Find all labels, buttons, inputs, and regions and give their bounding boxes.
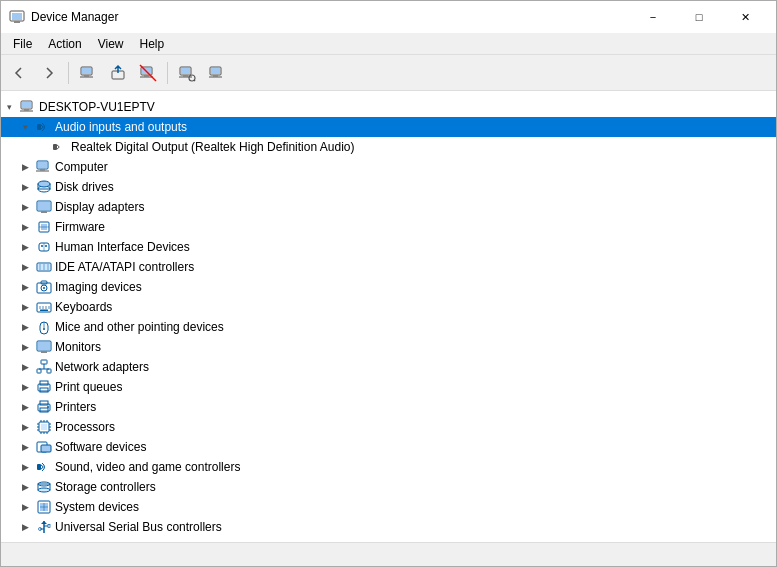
network-label: Network adapters bbox=[55, 360, 149, 374]
svg-rect-27 bbox=[37, 124, 41, 130]
tree-item-display-adapters[interactable]: ▶ Display adapters bbox=[1, 197, 776, 217]
display-expand-icon: ▶ bbox=[17, 199, 33, 215]
disk-expand-icon: ▶ bbox=[17, 179, 33, 195]
imaging-expand-icon: ▶ bbox=[17, 279, 33, 295]
menu-action[interactable]: Action bbox=[40, 35, 89, 53]
system-expand-icon: ▶ bbox=[17, 499, 33, 515]
disable-device-button[interactable] bbox=[134, 59, 162, 87]
svg-rect-5 bbox=[84, 75, 89, 77]
svg-rect-38 bbox=[41, 211, 47, 213]
svg-rect-32 bbox=[36, 171, 49, 172]
computer-icon bbox=[20, 99, 36, 115]
computer-properties-button[interactable] bbox=[74, 59, 102, 87]
tree-item-usb[interactable]: ▶ Universal Serial Bus controllers bbox=[1, 517, 776, 537]
network-icon bbox=[36, 359, 52, 375]
audio-inputs-outputs-label: Audio inputs and outputs bbox=[55, 120, 187, 134]
imaging-label: Imaging devices bbox=[55, 280, 142, 294]
menu-view[interactable]: View bbox=[90, 35, 132, 53]
tree-item-computer[interactable]: ▶ Computer bbox=[1, 157, 776, 177]
svg-rect-66 bbox=[41, 351, 47, 353]
tree-item-ide[interactable]: ▶ IDE ATA/ATAPI controllers bbox=[1, 257, 776, 277]
monitors-label: Monitors bbox=[55, 340, 101, 354]
keyboards-label: Keyboards bbox=[55, 300, 112, 314]
keyboards-expand-icon: ▶ bbox=[17, 299, 33, 315]
scan-hardware-button[interactable] bbox=[173, 59, 201, 87]
svg-rect-10 bbox=[144, 75, 149, 77]
tree-item-sound[interactable]: ▶ Sound, video and game controllers bbox=[1, 457, 776, 477]
tree-item-keyboards[interactable]: ▶ Keyboards bbox=[1, 297, 776, 317]
tree-item-system[interactable]: ▶ System devices bbox=[1, 497, 776, 517]
app-icon bbox=[9, 9, 25, 25]
svg-rect-2 bbox=[14, 21, 20, 23]
main-content: ▾ DESKTOP-VU1EPTV ▾ bbox=[1, 91, 776, 542]
device-manager-view-button[interactable] bbox=[203, 59, 231, 87]
software-devices-icon bbox=[36, 439, 52, 455]
computer-label: Computer bbox=[55, 160, 108, 174]
toolbar-separator-2 bbox=[167, 62, 168, 84]
device-tree: ▾ DESKTOP-VU1EPTV ▾ bbox=[1, 95, 776, 539]
minimize-button[interactable]: − bbox=[630, 1, 676, 33]
computer-expand-icon: ▶ bbox=[17, 159, 33, 175]
svg-rect-25 bbox=[24, 109, 29, 111]
svg-point-45 bbox=[45, 245, 47, 247]
network-expand-icon: ▶ bbox=[17, 359, 33, 375]
window-controls: − □ ✕ bbox=[630, 1, 768, 33]
tree-item-audio-inputs-outputs[interactable]: ▾ Audio inputs and outputs bbox=[1, 117, 776, 137]
processors-expand-icon: ▶ bbox=[17, 419, 33, 435]
realtek-expand-icon bbox=[33, 139, 49, 155]
svg-rect-20 bbox=[211, 68, 220, 74]
title-bar: Device Manager − □ ✕ bbox=[1, 1, 776, 33]
system-icon bbox=[36, 499, 52, 515]
print-queues-icon bbox=[36, 379, 52, 395]
update-driver-button[interactable] bbox=[104, 59, 132, 87]
usb-expand-icon: ▶ bbox=[17, 519, 33, 535]
mice-label: Mice and other pointing devices bbox=[55, 320, 224, 334]
mice-expand-icon: ▶ bbox=[17, 319, 33, 335]
maximize-button[interactable]: □ bbox=[676, 1, 722, 33]
svg-point-99 bbox=[38, 488, 50, 492]
svg-rect-24 bbox=[22, 102, 31, 108]
tree-item-imaging[interactable]: ▶ Imaging devices bbox=[1, 277, 776, 297]
tree-item-monitors[interactable]: ▶ Monitors bbox=[1, 337, 776, 357]
svg-point-63 bbox=[43, 328, 45, 330]
keyboard-icon bbox=[36, 299, 52, 315]
tree-item-realtek[interactable]: Realtek Digital Output (Realtek High Def… bbox=[1, 137, 776, 157]
usb-label: Universal Serial Bus controllers bbox=[55, 520, 222, 534]
tree-item-printers[interactable]: ▶ Printers bbox=[1, 397, 776, 417]
window-title: Device Manager bbox=[31, 10, 630, 24]
menu-file[interactable]: File bbox=[5, 35, 40, 53]
hid-label: Human Interface Devices bbox=[55, 240, 190, 254]
forward-button[interactable] bbox=[35, 59, 63, 87]
tree-item-mice[interactable]: ▶ Mice and other pointing devices bbox=[1, 317, 776, 337]
storage-label: Storage controllers bbox=[55, 480, 156, 494]
svg-rect-1 bbox=[12, 13, 22, 20]
audio-expand-icon: ▾ bbox=[17, 119, 33, 135]
tree-item-firmware[interactable]: ▶ Firmware bbox=[1, 217, 776, 237]
tree-item-network[interactable]: ▶ Network adapters bbox=[1, 357, 776, 377]
svg-rect-37 bbox=[38, 202, 50, 210]
svg-rect-6 bbox=[80, 76, 93, 77]
tree-item-print-queues[interactable]: ▶ Print queues bbox=[1, 377, 776, 397]
tree-item-disk-drives[interactable]: ▶ Disk drives bbox=[1, 177, 776, 197]
tree-item-software-devices[interactable]: ▶ Software devices bbox=[1, 437, 776, 457]
menu-bar: File Action View Help bbox=[1, 33, 776, 55]
svg-rect-65 bbox=[38, 342, 50, 350]
back-button[interactable] bbox=[5, 59, 33, 87]
tree-item-human-interface[interactable]: ▶ Human Interface Devices bbox=[1, 237, 776, 257]
svg-rect-26 bbox=[20, 111, 33, 112]
svg-rect-96 bbox=[37, 464, 41, 470]
svg-point-53 bbox=[43, 287, 45, 289]
ide-icon bbox=[36, 259, 52, 275]
monitor-icon bbox=[36, 339, 52, 355]
close-button[interactable]: ✕ bbox=[722, 1, 768, 33]
processors-label: Processors bbox=[55, 420, 115, 434]
svg-point-44 bbox=[41, 245, 43, 247]
tree-root[interactable]: ▾ DESKTOP-VU1EPTV bbox=[1, 97, 776, 117]
tree-item-storage[interactable]: ▶ Storage controllers bbox=[1, 477, 776, 497]
storage-expand-icon: ▶ bbox=[17, 479, 33, 495]
svg-point-35 bbox=[38, 181, 50, 187]
menu-help[interactable]: Help bbox=[132, 35, 173, 53]
firmware-icon bbox=[36, 219, 52, 235]
tree-item-processors[interactable]: ▶ bbox=[1, 417, 776, 437]
monitors-expand-icon: ▶ bbox=[17, 339, 33, 355]
